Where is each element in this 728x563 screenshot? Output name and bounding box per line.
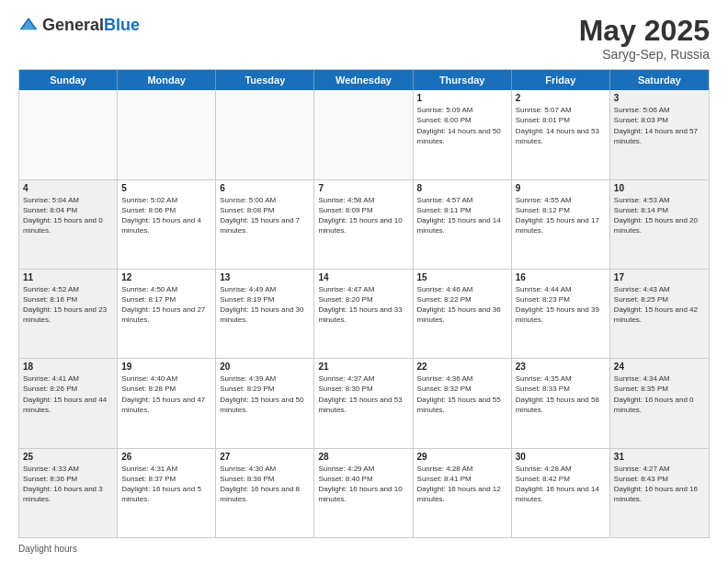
cell-content: Sunrise: 4:40 AM Sunset: 8:28 PM Dayligh… <box>121 373 211 415</box>
calendar-cell: 1Sunrise: 5:09 AM Sunset: 8:00 PM Daylig… <box>414 90 512 178</box>
calendar-row-2: 4Sunrise: 5:04 AM Sunset: 8:04 PM Daylig… <box>19 180 709 270</box>
cell-content: Sunrise: 4:57 AM Sunset: 8:11 PM Dayligh… <box>417 195 507 236</box>
calendar-header-thursday: Thursday <box>414 70 512 90</box>
cell-content: Sunrise: 4:43 AM Sunset: 8:25 PM Dayligh… <box>614 284 705 326</box>
day-number: 13 <box>220 272 310 282</box>
logo: GeneralBlue <box>18 15 140 35</box>
calendar-cell: 15Sunrise: 4:46 AM Sunset: 8:22 PM Dayli… <box>414 270 512 358</box>
cell-content: Sunrise: 4:37 AM Sunset: 8:30 PM Dayligh… <box>318 373 408 415</box>
cell-content: Sunrise: 4:44 AM Sunset: 8:23 PM Dayligh… <box>516 284 606 326</box>
day-number: 5 <box>121 183 211 193</box>
calendar-cell: 16Sunrise: 4:44 AM Sunset: 8:23 PM Dayli… <box>512 270 610 358</box>
day-number: 30 <box>516 452 606 462</box>
calendar: SundayMondayTuesdayWednesdayThursdayFrid… <box>18 69 710 538</box>
calendar-cell <box>314 90 413 178</box>
cell-content: Sunrise: 4:33 AM Sunset: 8:36 PM Dayligh… <box>23 464 113 505</box>
cell-content: Sunrise: 5:09 AM Sunset: 8:00 PM Dayligh… <box>417 105 507 146</box>
day-number: 24 <box>614 362 705 372</box>
cell-content: Sunrise: 4:36 AM Sunset: 8:32 PM Dayligh… <box>417 373 507 415</box>
cell-content: Sunrise: 4:50 AM Sunset: 8:17 PM Dayligh… <box>121 284 211 326</box>
calendar-cell: 19Sunrise: 4:40 AM Sunset: 8:28 PM Dayli… <box>118 359 216 447</box>
cell-content: Sunrise: 5:07 AM Sunset: 8:01 PM Dayligh… <box>516 105 606 146</box>
logo-blue-text: Blue <box>104 16 140 34</box>
day-number: 10 <box>614 183 705 193</box>
day-number: 17 <box>614 272 705 282</box>
calendar-cell: 14Sunrise: 4:47 AM Sunset: 8:20 PM Dayli… <box>314 270 413 358</box>
day-number: 7 <box>318 183 408 193</box>
calendar-cell: 27Sunrise: 4:30 AM Sunset: 8:38 PM Dayli… <box>216 449 314 537</box>
cell-content: Sunrise: 4:49 AM Sunset: 8:19 PM Dayligh… <box>220 284 310 326</box>
calendar-cell: 18Sunrise: 4:41 AM Sunset: 8:26 PM Dayli… <box>19 359 118 447</box>
cell-content: Sunrise: 4:35 AM Sunset: 8:33 PM Dayligh… <box>516 373 606 415</box>
calendar-cell: 2Sunrise: 5:07 AM Sunset: 8:01 PM Daylig… <box>512 90 610 178</box>
cell-content: Sunrise: 4:34 AM Sunset: 8:35 PM Dayligh… <box>614 373 705 415</box>
cell-content: Sunrise: 4:55 AM Sunset: 8:12 PM Dayligh… <box>516 195 606 236</box>
page-title: May 2025 <box>579 15 710 47</box>
calendar-cell: 11Sunrise: 4:52 AM Sunset: 8:16 PM Dayli… <box>19 270 118 358</box>
day-number: 4 <box>23 183 113 193</box>
title-block: May 2025 Saryg-Sep, Russia <box>579 15 710 62</box>
day-number: 6 <box>220 183 310 193</box>
day-number: 31 <box>614 452 705 462</box>
day-number: 23 <box>516 362 606 372</box>
calendar-header-tuesday: Tuesday <box>216 70 314 90</box>
calendar-cell: 20Sunrise: 4:39 AM Sunset: 8:29 PM Dayli… <box>216 359 314 447</box>
calendar-cell: 23Sunrise: 4:35 AM Sunset: 8:33 PM Dayli… <box>512 359 610 447</box>
calendar-cell <box>118 90 216 178</box>
calendar-cell: 3Sunrise: 5:06 AM Sunset: 8:03 PM Daylig… <box>610 90 709 178</box>
cell-content: Sunrise: 4:30 AM Sunset: 8:38 PM Dayligh… <box>220 464 310 505</box>
calendar-cell: 7Sunrise: 4:58 AM Sunset: 8:09 PM Daylig… <box>314 180 413 269</box>
day-number: 28 <box>318 452 408 462</box>
day-number: 9 <box>516 183 606 193</box>
cell-content: Sunrise: 4:31 AM Sunset: 8:37 PM Dayligh… <box>121 464 211 505</box>
day-number: 19 <box>121 362 211 372</box>
calendar-cell: 25Sunrise: 4:33 AM Sunset: 8:36 PM Dayli… <box>19 449 118 537</box>
calendar-cell: 8Sunrise: 4:57 AM Sunset: 8:11 PM Daylig… <box>414 180 512 269</box>
day-number: 11 <box>23 272 113 282</box>
footer-text: Daylight hours <box>18 544 77 554</box>
calendar-header-monday: Monday <box>118 70 216 90</box>
calendar-row-1: 1Sunrise: 5:09 AM Sunset: 8:00 PM Daylig… <box>19 90 709 179</box>
day-number: 22 <box>417 362 507 372</box>
calendar-row-3: 11Sunrise: 4:52 AM Sunset: 8:16 PM Dayli… <box>19 270 709 359</box>
day-number: 1 <box>417 93 507 103</box>
day-number: 27 <box>220 452 310 462</box>
calendar-header-sunday: Sunday <box>19 70 118 90</box>
calendar-cell: 6Sunrise: 5:00 AM Sunset: 8:08 PM Daylig… <box>216 180 314 269</box>
logo-icon <box>18 15 39 35</box>
calendar-cell: 26Sunrise: 4:31 AM Sunset: 8:37 PM Dayli… <box>118 449 216 537</box>
header: GeneralBlue May 2025 Saryg-Sep, Russia <box>18 15 710 62</box>
calendar-header: SundayMondayTuesdayWednesdayThursdayFrid… <box>19 70 709 90</box>
cell-content: Sunrise: 4:27 AM Sunset: 8:43 PM Dayligh… <box>614 464 705 505</box>
calendar-header-saturday: Saturday <box>610 70 709 90</box>
calendar-cell: 13Sunrise: 4:49 AM Sunset: 8:19 PM Dayli… <box>216 270 314 358</box>
day-number: 29 <box>417 452 507 462</box>
calendar-body: 1Sunrise: 5:09 AM Sunset: 8:00 PM Daylig… <box>19 90 709 537</box>
day-number: 14 <box>318 272 408 282</box>
day-number: 2 <box>516 93 606 103</box>
calendar-cell: 12Sunrise: 4:50 AM Sunset: 8:17 PM Dayli… <box>118 270 216 358</box>
calendar-cell: 28Sunrise: 4:29 AM Sunset: 8:40 PM Dayli… <box>314 449 413 537</box>
day-number: 25 <box>23 452 113 462</box>
day-number: 16 <box>516 272 606 282</box>
cell-content: Sunrise: 5:04 AM Sunset: 8:04 PM Dayligh… <box>23 195 113 236</box>
footer: Daylight hours <box>18 544 710 554</box>
day-number: 15 <box>417 272 507 282</box>
cell-content: Sunrise: 4:39 AM Sunset: 8:29 PM Dayligh… <box>220 373 310 415</box>
calendar-cell <box>216 90 314 178</box>
day-number: 12 <box>121 272 211 282</box>
page: GeneralBlue May 2025 Saryg-Sep, Russia S… <box>0 0 728 563</box>
cell-content: Sunrise: 4:28 AM Sunset: 8:41 PM Dayligh… <box>417 464 507 505</box>
calendar-cell: 21Sunrise: 4:37 AM Sunset: 8:30 PM Dayli… <box>314 359 413 447</box>
calendar-cell <box>19 90 118 178</box>
calendar-cell: 30Sunrise: 4:28 AM Sunset: 8:42 PM Dayli… <box>512 449 610 537</box>
cell-content: Sunrise: 5:06 AM Sunset: 8:03 PM Dayligh… <box>614 105 705 146</box>
cell-content: Sunrise: 4:53 AM Sunset: 8:14 PM Dayligh… <box>614 195 705 236</box>
calendar-header-wednesday: Wednesday <box>314 70 413 90</box>
location-text: Saryg-Sep, Russia <box>579 47 710 62</box>
calendar-cell: 9Sunrise: 4:55 AM Sunset: 8:12 PM Daylig… <box>512 180 610 269</box>
cell-content: Sunrise: 4:58 AM Sunset: 8:09 PM Dayligh… <box>318 195 408 236</box>
calendar-cell: 22Sunrise: 4:36 AM Sunset: 8:32 PM Dayli… <box>414 359 512 447</box>
calendar-cell: 10Sunrise: 4:53 AM Sunset: 8:14 PM Dayli… <box>610 180 709 269</box>
day-number: 20 <box>220 362 310 372</box>
